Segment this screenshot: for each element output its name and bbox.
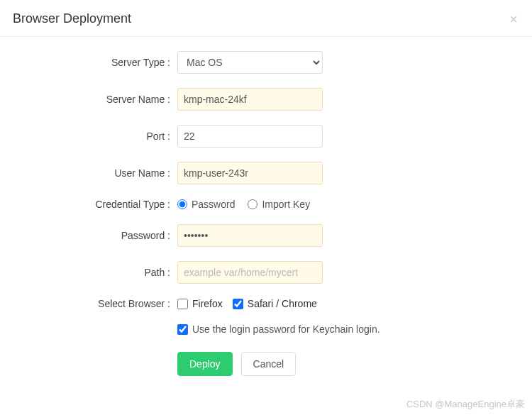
close-icon[interactable]: ×: [509, 12, 518, 26]
checkbox-keychain-login[interactable]: Use the login password for Keychain logi…: [177, 323, 380, 335]
checkbox-keychain-login-input[interactable]: [177, 324, 188, 335]
server-name-input[interactable]: [177, 88, 323, 111]
checkbox-safari-chrome[interactable]: [233, 299, 243, 309]
row-user-name: User Name :: [28, 162, 504, 184]
row-server-name: Server Name :: [28, 88, 504, 111]
user-name-input[interactable]: [177, 162, 323, 184]
checkbox-keychain-login-label: Use the login password for Keychain logi…: [192, 323, 380, 335]
label-credential-type: Credential Type :: [28, 199, 177, 210]
radio-import-key[interactable]: Import Key: [248, 199, 310, 210]
radio-import-key-label: Import Key: [262, 199, 310, 210]
row-credential-type: Credential Type : Password Import Key: [28, 199, 504, 210]
dialog-header: Browser Deployment ×: [0, 0, 532, 37]
row-path: Path :: [28, 261, 504, 284]
credential-type-radio-group: Password Import Key: [177, 199, 310, 210]
checkbox-firefox[interactable]: [177, 299, 188, 309]
label-server-type: Server Type :: [28, 57, 177, 68]
radio-password-input[interactable]: [177, 199, 187, 209]
dialog-title: Browser Deployment: [13, 11, 131, 26]
radio-import-key-input[interactable]: [248, 199, 257, 209]
row-keychain-login: Use the login password for Keychain logi…: [28, 323, 504, 335]
radio-password-label: Password: [192, 199, 235, 210]
deploy-button[interactable]: Deploy: [177, 352, 233, 376]
path-input[interactable]: [177, 261, 323, 284]
row-server-type: Server Type : Mac OS: [28, 51, 504, 74]
checkbox-firefox-label: Firefox: [192, 298, 223, 309]
label-port: Port :: [28, 131, 177, 142]
watermark-text: CSDN @ManageEngine卓豪: [406, 398, 525, 411]
row-port: Port :: [28, 125, 504, 148]
server-type-select[interactable]: Mac OS: [177, 51, 323, 74]
radio-password[interactable]: Password: [177, 199, 235, 210]
checkbox-safari-chrome-label: Safari / Chrome: [248, 298, 317, 309]
row-password: Password :: [28, 224, 504, 247]
port-input[interactable]: [177, 125, 323, 148]
password-input[interactable]: [177, 224, 323, 247]
label-password: Password :: [28, 230, 177, 241]
cancel-button[interactable]: Cancel: [241, 352, 297, 376]
row-select-browser: Select Browser : Firefox Safari / Chrome: [28, 298, 504, 309]
browser-checkbox-group: Firefox Safari / Chrome: [177, 298, 323, 309]
deployment-form: Server Type : Mac OS Server Name : Port …: [0, 37, 532, 397]
label-select-browser: Select Browser :: [28, 298, 177, 309]
label-user-name: User Name :: [28, 167, 177, 179]
row-buttons: Deploy Cancel: [28, 349, 504, 376]
label-server-name: Server Name :: [28, 94, 177, 105]
label-path: Path :: [28, 267, 177, 278]
